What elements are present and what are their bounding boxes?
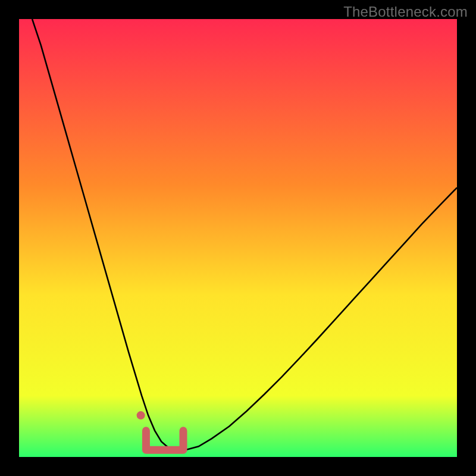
chart-svg (19, 19, 457, 457)
minimum-cap-dot (137, 411, 145, 419)
plot-area (19, 19, 457, 457)
watermark-text: TheBottleneck.com (343, 4, 468, 20)
gradient-background (19, 19, 457, 457)
chart-frame: TheBottleneck.com (0, 0, 476, 476)
